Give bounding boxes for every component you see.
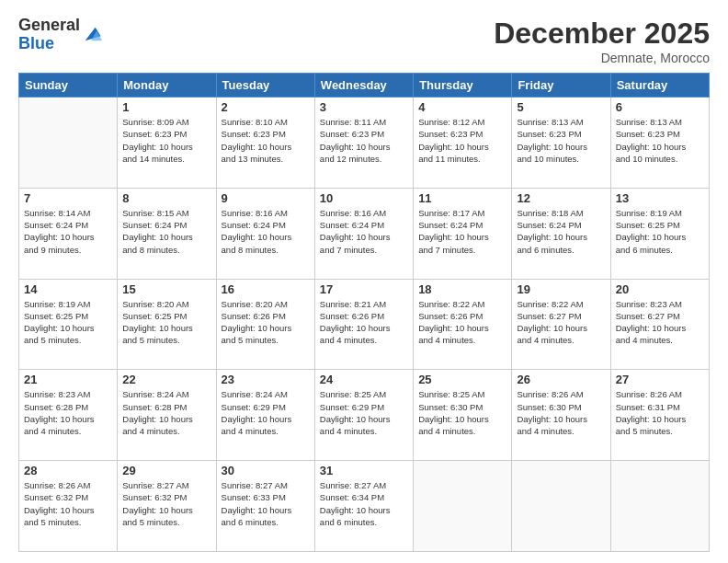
day-info: Sunrise: 8:15 AMSunset: 6:24 PMDaylight:…: [122, 207, 210, 256]
day-number: 19: [517, 282, 605, 296]
day-number: 9: [222, 191, 310, 205]
day-info: Sunrise: 8:24 AMSunset: 6:28 PMDaylight:…: [122, 388, 210, 437]
table-row: 8Sunrise: 8:15 AMSunset: 6:24 PMDaylight…: [118, 188, 216, 279]
day-info: Sunrise: 8:10 AMSunset: 6:23 PMDaylight:…: [222, 116, 310, 165]
day-info: Sunrise: 8:22 AMSunset: 6:26 PMDaylight:…: [418, 298, 506, 347]
col-friday: Friday: [512, 74, 610, 98]
table-row: 12Sunrise: 8:18 AMSunset: 6:24 PMDayligh…: [512, 188, 610, 279]
col-saturday: Saturday: [610, 74, 709, 98]
day-info: Sunrise: 8:14 AMSunset: 6:24 PMDaylight:…: [24, 207, 112, 256]
logo-general: General: [18, 17, 80, 35]
table-row: 9Sunrise: 8:16 AMSunset: 6:24 PMDaylight…: [216, 188, 314, 279]
table-row: 30Sunrise: 8:27 AMSunset: 6:33 PMDayligh…: [216, 461, 314, 552]
table-row: 7Sunrise: 8:14 AMSunset: 6:24 PMDaylight…: [19, 188, 118, 279]
col-monday: Monday: [118, 74, 216, 98]
day-info: Sunrise: 8:27 AMSunset: 6:33 PMDaylight:…: [222, 479, 310, 528]
logo-icon: [82, 24, 102, 44]
day-info: Sunrise: 8:26 AMSunset: 6:30 PMDaylight:…: [517, 388, 605, 437]
day-number: 3: [320, 100, 408, 114]
table-row: [512, 461, 610, 552]
day-number: 2: [222, 100, 310, 114]
weekday-header-row: Sunday Monday Tuesday Wednesday Thursday…: [19, 74, 710, 98]
table-row: 26Sunrise: 8:26 AMSunset: 6:30 PMDayligh…: [512, 370, 610, 461]
table-row: 22Sunrise: 8:24 AMSunset: 6:28 PMDayligh…: [118, 370, 216, 461]
day-info: Sunrise: 8:20 AMSunset: 6:25 PMDaylight:…: [122, 298, 210, 347]
day-number: 23: [222, 373, 310, 386]
col-thursday: Thursday: [414, 74, 512, 98]
day-number: 4: [418, 100, 506, 114]
table-row: 18Sunrise: 8:22 AMSunset: 6:26 PMDayligh…: [414, 279, 512, 370]
col-tuesday: Tuesday: [216, 74, 314, 98]
calendar-week-row: 7Sunrise: 8:14 AMSunset: 6:24 PMDaylight…: [19, 188, 710, 279]
table-row: 20Sunrise: 8:23 AMSunset: 6:27 PMDayligh…: [610, 279, 709, 370]
day-info: Sunrise: 8:23 AMSunset: 6:28 PMDaylight:…: [24, 388, 112, 437]
calendar-week-row: 1Sunrise: 8:09 AMSunset: 6:23 PMDaylight…: [19, 98, 710, 189]
day-info: Sunrise: 8:17 AMSunset: 6:24 PMDaylight:…: [418, 207, 506, 256]
day-number: 22: [122, 373, 210, 386]
day-number: 24: [320, 373, 408, 386]
day-info: Sunrise: 8:13 AMSunset: 6:23 PMDaylight:…: [517, 116, 605, 165]
table-row: 2Sunrise: 8:10 AMSunset: 6:23 PMDaylight…: [216, 98, 314, 189]
table-row: 28Sunrise: 8:26 AMSunset: 6:32 PMDayligh…: [19, 461, 118, 552]
table-row: 15Sunrise: 8:20 AMSunset: 6:25 PMDayligh…: [118, 279, 216, 370]
day-number: 7: [24, 191, 112, 205]
day-info: Sunrise: 8:19 AMSunset: 6:25 PMDaylight:…: [24, 298, 112, 347]
table-row: 6Sunrise: 8:13 AMSunset: 6:23 PMDaylight…: [610, 98, 709, 189]
day-number: 30: [222, 464, 310, 477]
day-info: Sunrise: 8:25 AMSunset: 6:30 PMDaylight:…: [418, 388, 506, 437]
day-info: Sunrise: 8:20 AMSunset: 6:26 PMDaylight:…: [222, 298, 310, 347]
day-number: 28: [24, 464, 112, 477]
day-number: 10: [320, 191, 408, 205]
col-sunday: Sunday: [19, 74, 118, 98]
calendar-week-row: 14Sunrise: 8:19 AMSunset: 6:25 PMDayligh…: [19, 279, 710, 370]
table-row: 21Sunrise: 8:23 AMSunset: 6:28 PMDayligh…: [19, 370, 118, 461]
table-row: 29Sunrise: 8:27 AMSunset: 6:32 PMDayligh…: [118, 461, 216, 552]
location: Demnate, Morocco: [494, 51, 710, 65]
day-info: Sunrise: 8:26 AMSunset: 6:31 PMDaylight:…: [616, 388, 704, 437]
page: General Blue December 2025 Demnate, Moro…: [0, 0, 728, 563]
month-title: December 2025: [494, 17, 710, 51]
day-number: 18: [418, 282, 506, 296]
day-number: 31: [320, 464, 408, 477]
day-info: Sunrise: 8:13 AMSunset: 6:23 PMDaylight:…: [616, 116, 704, 165]
day-number: 13: [616, 191, 704, 205]
table-row: [414, 461, 512, 552]
table-row: 1Sunrise: 8:09 AMSunset: 6:23 PMDaylight…: [118, 98, 216, 189]
day-number: 25: [418, 373, 506, 386]
day-number: 14: [24, 282, 112, 296]
table-row: 4Sunrise: 8:12 AMSunset: 6:23 PMDaylight…: [414, 98, 512, 189]
day-number: 11: [418, 191, 506, 205]
table-row: 14Sunrise: 8:19 AMSunset: 6:25 PMDayligh…: [19, 279, 118, 370]
day-info: Sunrise: 8:21 AMSunset: 6:26 PMDaylight:…: [320, 298, 408, 347]
table-row: 19Sunrise: 8:22 AMSunset: 6:27 PMDayligh…: [512, 279, 610, 370]
logo: General Blue: [18, 17, 102, 53]
day-info: Sunrise: 8:25 AMSunset: 6:29 PMDaylight:…: [320, 388, 408, 437]
day-number: 27: [616, 373, 704, 386]
table-row: 5Sunrise: 8:13 AMSunset: 6:23 PMDaylight…: [512, 98, 610, 189]
table-row: 24Sunrise: 8:25 AMSunset: 6:29 PMDayligh…: [314, 370, 413, 461]
day-info: Sunrise: 8:22 AMSunset: 6:27 PMDaylight:…: [517, 298, 605, 347]
table-row: 3Sunrise: 8:11 AMSunset: 6:23 PMDaylight…: [314, 98, 413, 189]
table-row: 11Sunrise: 8:17 AMSunset: 6:24 PMDayligh…: [414, 188, 512, 279]
day-info: Sunrise: 8:27 AMSunset: 6:34 PMDaylight:…: [320, 479, 408, 528]
day-info: Sunrise: 8:11 AMSunset: 6:23 PMDaylight:…: [320, 116, 408, 165]
day-number: 16: [222, 282, 310, 296]
day-info: Sunrise: 8:27 AMSunset: 6:32 PMDaylight:…: [122, 479, 210, 528]
table-row: 25Sunrise: 8:25 AMSunset: 6:30 PMDayligh…: [414, 370, 512, 461]
day-number: 29: [122, 464, 210, 477]
day-number: 20: [616, 282, 704, 296]
table-row: 27Sunrise: 8:26 AMSunset: 6:31 PMDayligh…: [610, 370, 709, 461]
day-number: 1: [122, 100, 210, 114]
logo-blue: Blue: [18, 35, 80, 53]
table-row: 16Sunrise: 8:20 AMSunset: 6:26 PMDayligh…: [216, 279, 314, 370]
table-row: 23Sunrise: 8:24 AMSunset: 6:29 PMDayligh…: [216, 370, 314, 461]
table-row: 13Sunrise: 8:19 AMSunset: 6:25 PMDayligh…: [610, 188, 709, 279]
title-area: December 2025 Demnate, Morocco: [494, 17, 710, 65]
day-number: 15: [122, 282, 210, 296]
day-number: 8: [122, 191, 210, 205]
day-number: 26: [517, 373, 605, 386]
day-info: Sunrise: 8:16 AMSunset: 6:24 PMDaylight:…: [320, 207, 408, 256]
day-info: Sunrise: 8:16 AMSunset: 6:24 PMDaylight:…: [222, 207, 310, 256]
calendar-week-row: 21Sunrise: 8:23 AMSunset: 6:28 PMDayligh…: [19, 370, 710, 461]
calendar-week-row: 28Sunrise: 8:26 AMSunset: 6:32 PMDayligh…: [19, 461, 710, 552]
